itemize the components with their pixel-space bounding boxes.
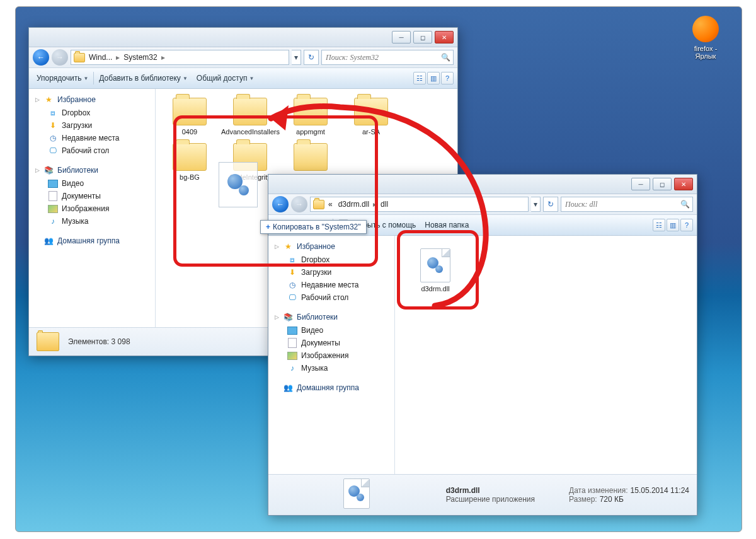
nav-back-button[interactable]: ← [33, 49, 49, 66]
sidebar-item-video[interactable]: Видео [268, 324, 394, 337]
folder-label: AdvancedInstallers [221, 128, 279, 136]
star-icon: ★ [43, 95, 54, 105]
file-item-d3drm[interactable]: d3drm.dll [405, 246, 466, 295]
sidebar-item-desktop[interactable]: 🖵Рабочий стол [268, 291, 394, 304]
sidebar-item-recent[interactable]: ◷Недавние места [268, 279, 394, 291]
sidebar-item-music[interactable]: ♪Музыка [268, 362, 394, 374]
dropbox-icon: ⧈ [48, 108, 58, 118]
close-button[interactable]: ✕ [435, 31, 454, 43]
desktop-shortcut-firefox[interactable]: firefox - Ярлык [684, 16, 728, 60]
downloads-icon: ⬇ [287, 267, 297, 277]
video-icon [48, 180, 58, 188]
nav-forward-button[interactable]: → [291, 196, 307, 212]
breadcrumb[interactable]: « d3drm.dll ▸ dll [310, 197, 529, 212]
sidebar-item-documents[interactable]: Документы [268, 337, 394, 349]
file-label: d3drm.dll [406, 285, 464, 293]
toolbar-share[interactable]: Общий доступ▼ [193, 72, 258, 84]
titlebar[interactable]: ─ ◻ ✕ [268, 175, 697, 194]
search-input[interactable] [324, 52, 438, 63]
nav-back-button[interactable]: ← [272, 196, 289, 212]
sidebar-item-documents[interactable]: Документы [29, 190, 155, 202]
toolbar-add-library[interactable]: Добавить в библиотеку▼ [95, 72, 191, 84]
address-dropdown[interactable]: ▾ [292, 50, 301, 65]
sidebar-item-downloads[interactable]: ⬇Загрузки [29, 119, 155, 132]
chevron-right-icon: ▸ [116, 53, 120, 62]
folder-icon [294, 98, 328, 125]
drag-copy-tooltip: + Копировать в "System32" [260, 220, 367, 234]
recent-icon: ◷ [48, 133, 58, 143]
folder-icon [37, 332, 59, 351]
folder-icon [233, 98, 267, 125]
sidebar-item-pictures[interactable]: Изображения [29, 202, 155, 215]
sidebar-libraries[interactable]: ▷📚Библиотеки [268, 310, 394, 324]
sidebar-homegroup[interactable]: ▷👥Домашняя группа [268, 381, 394, 395]
sidebar-item-desktop[interactable]: 🖵Рабочий стол [29, 144, 155, 157]
minimize-button[interactable]: ─ [392, 31, 411, 43]
preview-pane-button[interactable]: ▥ [667, 219, 679, 231]
refresh-button[interactable]: ↻ [304, 50, 319, 65]
crumb-1[interactable]: System32 [122, 52, 159, 62]
stage: firefox - Ярлык ─ ◻ ✕ ← → Wind... ▸ Syst… [0, 0, 756, 539]
minimize-button[interactable]: ─ [631, 178, 650, 190]
titlebar[interactable]: ─ ◻ ✕ [29, 28, 457, 47]
folder-item[interactable]: bg-BG [159, 141, 220, 183]
crumb-0[interactable]: d3drm.dll [336, 199, 371, 209]
toolbar: Упорядочить▼ Добавить в библиотеку▼ Общи… [29, 68, 457, 89]
chevron-right-icon: ▸ [161, 53, 165, 62]
breadcrumb[interactable]: Wind... ▸ System32 ▸ [71, 50, 289, 65]
sidebar-item-dropbox[interactable]: ⧈Dropbox [268, 253, 394, 266]
sidebar-favorites[interactable]: ▷★Избранное [268, 240, 394, 253]
sidebar-homegroup[interactable]: ▷👥Домашняя группа [29, 234, 155, 248]
folder-item[interactable]: AdvancedInstallers [220, 95, 280, 138]
homegroup-icon: 👥 [43, 236, 54, 246]
sidebar: ▷★Избранное ⧈Dropbox ⬇Загрузки ◷Недавние… [29, 89, 156, 327]
sidebar-item-downloads[interactable]: ⬇Загрузки [268, 266, 394, 279]
view-options-button[interactable]: ☷ [653, 219, 665, 231]
sidebar: ▷★Избранное ⧈Dropbox ⬇Загрузки ◷Недавние… [268, 236, 395, 474]
nav-forward-button[interactable]: → [52, 49, 68, 66]
downloads-icon: ⬇ [48, 120, 58, 130]
folder-item[interactable]: 0409 [159, 95, 220, 138]
address-dropdown[interactable]: ▾ [531, 197, 541, 212]
close-button[interactable]: ✕ [674, 178, 693, 190]
preview-pane-button[interactable]: ▥ [427, 72, 440, 84]
desktop-icon: 🖵 [48, 146, 58, 156]
maximize-button[interactable]: ◻ [413, 31, 432, 43]
sidebar-item-dropbox[interactable]: ⧈Dropbox [29, 107, 155, 119]
dll-file-icon [343, 478, 370, 509]
star-icon: ★ [283, 241, 293, 252]
sidebar-item-pictures[interactable]: Изображения [268, 349, 394, 362]
crumb-1[interactable]: dll [379, 199, 390, 209]
dropbox-icon: ⧈ [287, 255, 297, 265]
folder-label: appmgmt [282, 128, 340, 136]
sidebar-item-recent[interactable]: ◷Недавние места [29, 132, 155, 144]
sidebar-item-video[interactable]: Видео [29, 177, 155, 190]
details-filetype: Расширение приложения [446, 495, 535, 504]
toolbar-new-folder[interactable]: Новая папка [421, 219, 472, 231]
refresh-button[interactable]: ↻ [543, 197, 558, 212]
window-body: ▷★Избранное ⧈Dropbox ⬇Загрузки ◷Недавние… [268, 236, 697, 474]
folder-icon [74, 53, 85, 62]
content-pane[interactable]: d3drm.dll [395, 236, 697, 474]
desktop-shortcut-label: firefox - Ярлык [684, 45, 728, 60]
sidebar-favorites[interactable]: ▷★Избранное [29, 93, 155, 107]
document-icon [49, 191, 57, 201]
help-button[interactable]: ? [680, 219, 693, 231]
sidebar-libraries[interactable]: ▷📚Библиотеки [29, 163, 155, 177]
desktop-icon: 🖵 [287, 293, 297, 303]
view-options-button[interactable]: ☷ [413, 72, 426, 84]
folder-item[interactable]: ar-SA [341, 95, 401, 138]
folder-item[interactable]: appmgmt [280, 95, 341, 138]
crumb-0[interactable]: Wind... [87, 52, 114, 62]
search-box[interactable]: 🔍 [321, 50, 454, 65]
search-icon: 🔍 [680, 200, 690, 209]
toolbar-organize[interactable]: Упорядочить▼ [33, 72, 92, 84]
help-button[interactable]: ? [441, 72, 454, 84]
search-box[interactable]: 🔍 [561, 197, 693, 212]
folder-icon [294, 143, 328, 171]
sidebar-item-music[interactable]: ♪Музыка [29, 215, 155, 228]
folder-icon [173, 98, 207, 125]
search-input[interactable] [564, 199, 678, 210]
folder-label: 0409 [161, 128, 219, 136]
maximize-button[interactable]: ◻ [653, 178, 672, 190]
